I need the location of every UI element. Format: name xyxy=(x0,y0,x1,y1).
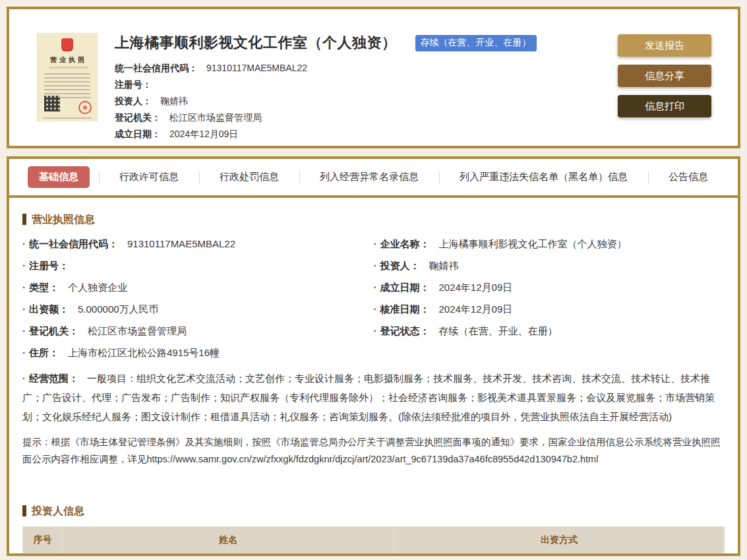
field-approval-date: · 核准日期： 2024年12月09日 xyxy=(374,303,725,316)
tab-divider xyxy=(439,171,440,183)
investor-section-title: 投资人信息 xyxy=(22,505,725,516)
investor-table-header-row: 序号 姓名 出资方式 xyxy=(23,527,725,553)
send-report-button[interactable]: 发送报告 xyxy=(618,34,711,57)
field-business-scope: ·经营范围：一般项目：组织文化艺术交流活动；文艺创作；专业设计服务；电影摄制服务… xyxy=(22,369,725,426)
field-investor: · 投资人： 鞠婧祎 xyxy=(374,259,725,272)
print-info-button[interactable]: 信息打印 xyxy=(618,95,711,117)
table-header-contribution: 出资方式 xyxy=(394,527,725,553)
license-thumb-title: 营业执照 xyxy=(38,55,97,65)
tab-divider xyxy=(199,171,200,183)
cell-contribution: 以个人财产出资 xyxy=(394,553,725,557)
field-address: · 住所： 上海市松江区北松公路4915号16幢 xyxy=(22,346,725,359)
header-field-registry: 登记机关： 松江区市场监督管理局 xyxy=(115,109,618,126)
table-header-name: 姓名 xyxy=(63,527,394,553)
tab-divider xyxy=(99,171,100,183)
field-registry: · 登记机关： 松江区市场监督管理局 xyxy=(22,325,374,338)
tab-basic-info[interactable]: 基础信息 xyxy=(28,166,90,188)
title-row: 上海橘事顺利影视文化工作室（个人独资） 存续（在营、开业、在册） xyxy=(115,33,618,53)
company-info-block: 上海橘事顺利影视文化工作室（个人独资） 存续（在营、开业、在册） 统一社会信用代… xyxy=(115,33,618,146)
header-field-reg-number: 注册号： xyxy=(115,77,618,93)
license-section-title: 营业执照信息 xyxy=(22,214,725,225)
company-name: 上海橘事顺利影视文化工作室（个人独资） xyxy=(115,33,397,53)
license-field-grid: · 统一社会信用代码： 91310117MAE5MBAL22 · 企业名称： 上… xyxy=(22,237,725,359)
field-credit-code: · 统一社会信用代码： 91310117MAE5MBAL22 xyxy=(22,237,374,251)
header-buttons: 发送报告 信息分享 信息打印 xyxy=(618,33,711,146)
tab-admin-license[interactable]: 行政许可信息 xyxy=(108,166,190,188)
license-footer-line xyxy=(43,117,92,119)
table-row: 1 鞠婧祎 以个人财产出资 xyxy=(23,553,725,557)
share-info-button[interactable]: 信息分享 xyxy=(618,65,711,87)
investor-table-head: 序号 姓名 出资方式 xyxy=(23,527,725,553)
investor-table: 序号 姓名 出资方式 1 鞠婧祎 以个人财产出资 xyxy=(22,526,725,556)
header-fields: 统一社会信用代码： 91310117MAE5MBAL22 注册号： 投资人： 鞠… xyxy=(115,60,618,142)
field-status: · 登记状态： 存续（在营、开业、在册） xyxy=(374,325,725,338)
cell-name: 鞠婧祎 xyxy=(63,553,394,557)
investor-table-body: 1 鞠婧祎 以个人财产出资 xyxy=(23,553,725,557)
company-header-card: 营业执照 上海橘事顺利影视文化工作室（个人独资） 存续（在营、开业、在册） 统一… xyxy=(7,7,740,148)
tab-blacklist[interactable]: 列入严重违法失信名单（黑名单）信息 xyxy=(448,166,639,188)
tab-bar: 基础信息 行政许可信息 行政处罚信息 列入经营异常名录信息 列入严重违法失信名单… xyxy=(9,159,738,198)
license-divider xyxy=(49,67,88,69)
tab-divider xyxy=(299,171,300,183)
cell-index: 1 xyxy=(23,553,63,557)
field-type: · 类型： 个人独资企业 xyxy=(22,281,374,294)
business-license-image: 营业执照 xyxy=(37,33,98,121)
national-emblem-icon xyxy=(61,38,73,51)
tab-announcements[interactable]: 公告信息 xyxy=(657,166,719,188)
main-card: 基础信息 行政许可信息 行政处罚信息 列入经营异常名录信息 列入严重违法失信名单… xyxy=(7,156,740,556)
license-notice-text: 提示：根据《市场主体登记管理条例》及其实施细则，按照《市场监管总局办公厅关于调整… xyxy=(22,433,725,468)
tab-abnormal-list[interactable]: 列入经营异常名录信息 xyxy=(309,166,430,188)
header-field-credit-code: 统一社会信用代码： 91310117MAE5MBAL22 xyxy=(115,60,618,77)
status-badge: 存续（在营、开业、在册） xyxy=(415,35,537,51)
qr-code-icon xyxy=(44,96,60,111)
tab-admin-penalty[interactable]: 行政处罚信息 xyxy=(208,166,290,188)
field-capital: · 出资额： 5.000000万人民币 xyxy=(22,303,374,316)
red-seal-icon xyxy=(78,101,92,114)
content-area: 营业执照信息 · 统一社会信用代码： 91310117MAE5MBAL22 · … xyxy=(9,214,738,556)
field-company-name: · 企业名称： 上海橘事顺利影视文化工作室（个人独资） xyxy=(374,237,725,251)
field-reg-number: · 注册号： xyxy=(22,259,374,272)
header-field-founded: 成立日期： 2024年12月09日 xyxy=(115,126,618,142)
field-founded-date: · 成立日期： 2024年12月09日 xyxy=(374,281,725,294)
header-field-investor: 投资人： 鞠婧祎 xyxy=(115,93,618,109)
tab-divider xyxy=(648,171,649,183)
table-header-index: 序号 xyxy=(23,527,63,553)
